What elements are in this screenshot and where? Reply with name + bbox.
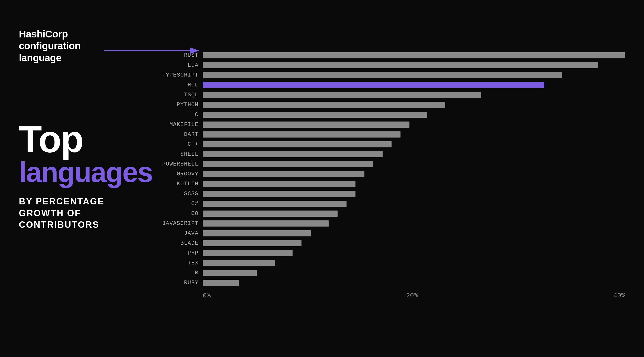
subtitle: BY PERCENTAGE GROWTH OF CONTRIBUTORS [19, 196, 137, 231]
bar-track [203, 112, 625, 118]
bar-track [203, 260, 625, 266]
bar-track [203, 62, 625, 68]
bar-fill-go [203, 211, 338, 217]
bar-fill-python [203, 102, 445, 108]
bar-row: LUA [151, 61, 625, 70]
bar-label: MAKEFILE [151, 121, 203, 128]
bar-track [203, 280, 625, 286]
bar-row: TEX [151, 259, 625, 268]
bar-row: C# [151, 199, 625, 208]
bar-row: C [151, 110, 625, 119]
chart-area: RUSTLUATYPESCRIPTHCLTSQLPYTHONCMAKEFILED… [146, 0, 644, 357]
bar-row: GROOVY [151, 170, 625, 178]
bar-fill-r [203, 270, 257, 276]
bar-track [203, 250, 625, 256]
bar-label: C++ [151, 141, 203, 147]
bar-fill-tex [203, 260, 274, 266]
bar-track [203, 102, 625, 108]
bar-track [203, 181, 625, 187]
bar-row: SCSS [151, 189, 625, 198]
bar-label: GROOVY [151, 171, 203, 177]
bar-fill-lua [203, 62, 598, 68]
x-axis-label: 40% [613, 292, 625, 299]
bar-track [203, 82, 625, 88]
bar-label: HCL [151, 82, 203, 88]
bar-track [203, 72, 625, 78]
bar-fill-c [203, 112, 427, 118]
x-axis-label: 0% [203, 292, 211, 299]
annotation-arrow [104, 46, 203, 55]
bar-label: SHELL [151, 151, 203, 157]
bar-row: RUST [151, 51, 625, 60]
bar-label: BLADE [151, 240, 203, 246]
bar-row: GO [151, 209, 625, 218]
bar-row: TSQL [151, 90, 625, 99]
bar-fill-makefile [203, 121, 410, 128]
bar-fill-shell [203, 151, 382, 157]
bar-fill-typescript [203, 72, 562, 78]
bar-label: JAVA [151, 230, 203, 236]
bar-row: DART [151, 130, 625, 139]
bar-fill-ruby [203, 280, 239, 286]
bar-track [203, 230, 625, 236]
bar-fill-c++ [203, 141, 392, 147]
title-bottom: languages [19, 158, 137, 186]
bar-track [203, 161, 625, 167]
bar-track [203, 171, 625, 177]
x-axis-labels: 0%20%40% [203, 292, 625, 299]
bar-label: R [151, 270, 203, 276]
bar-fill-rust [203, 52, 625, 58]
bar-track [203, 240, 625, 246]
x-axis-label: 20% [406, 292, 418, 299]
bar-track [203, 131, 625, 137]
bar-label: KOTLIN [151, 181, 203, 187]
bar-track [203, 52, 625, 58]
bar-row: BLADE [151, 239, 625, 248]
bar-fill-javascript [203, 220, 328, 227]
bar-label: POWERSHELL [151, 161, 203, 167]
bar-row: SHELL [151, 150, 625, 159]
title-top: Top [19, 120, 137, 158]
arrow-container [104, 46, 203, 55]
bar-label: TYPESCRIPT [151, 72, 203, 78]
bar-row: JAVA [151, 229, 625, 238]
bar-label: LUA [151, 62, 203, 68]
bar-track [203, 151, 625, 157]
bar-fill-c# [203, 201, 346, 207]
bar-fill-scss [203, 191, 356, 197]
bar-fill-blade [203, 240, 302, 246]
bar-label: DART [151, 131, 203, 137]
bar-row: KOTLIN [151, 179, 625, 188]
bar-fill-dart [203, 131, 400, 137]
x-axis: 0%20%40% [203, 292, 625, 299]
bar-label: JAVASCRIPT [151, 220, 203, 227]
bar-label: C# [151, 200, 203, 207]
bar-fill-java [203, 230, 311, 236]
bar-track [203, 211, 625, 217]
bar-label: PYTHON [151, 101, 203, 108]
bar-row: RUBY [151, 278, 625, 287]
bar-fill-groovy [203, 171, 364, 177]
bar-label: SCSS [151, 191, 203, 197]
bar-label: RUBY [151, 280, 203, 286]
bar-track [203, 201, 625, 207]
bar-label: TSQL [151, 92, 203, 98]
bar-fill-php [203, 250, 292, 256]
bar-label: C [151, 111, 203, 118]
bar-row: HCL [151, 80, 625, 89]
bar-row: MAKEFILE [151, 120, 625, 129]
bar-row: POWERSHELL [151, 160, 625, 169]
bar-track [203, 141, 625, 147]
bar-row: TYPESCRIPT [151, 71, 625, 80]
bar-fill-powershell [203, 161, 374, 167]
title-box: Top languages BY PERCENTAGE GROWTH OF CO… [19, 120, 137, 231]
bar-row: PHP [151, 249, 625, 258]
bar-fill-tsql [203, 92, 481, 98]
bar-label: GO [151, 210, 203, 217]
bar-label: TEX [151, 260, 203, 266]
bar-row: JAVASCRIPT [151, 219, 625, 228]
bar-track [203, 220, 625, 227]
bar-track [203, 92, 625, 98]
bar-track [203, 121, 625, 128]
bar-row: PYTHON [151, 100, 625, 109]
